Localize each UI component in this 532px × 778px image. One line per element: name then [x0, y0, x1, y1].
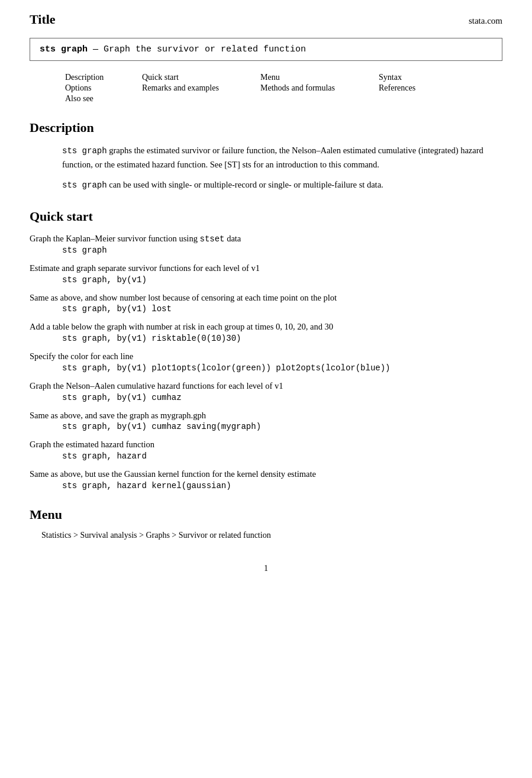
menu-path: Statistics > Survival analysis > Graphs …	[41, 531, 502, 540]
list-item: Specify the color for each line sts grap…	[30, 350, 502, 373]
nav-quick-start[interactable]: Quick start	[142, 73, 260, 82]
title-box: sts graph — Graph the survivor or relate…	[30, 38, 502, 61]
page-header: Title stata.com	[30, 12, 502, 27]
qs-desc-9: Same as above, but use the Gaussian kern…	[30, 468, 502, 481]
qs-desc-4: Add a table below the graph with number …	[30, 321, 502, 334]
description-section: Description sts graph graphs the estimat…	[30, 120, 502, 192]
quick-start-heading: Quick start	[30, 209, 502, 224]
list-item: Graph the Nelson–Aalen cumulative hazard…	[30, 380, 502, 402]
qs-code-6: sts graph, by(v1) cumhaz	[62, 393, 502, 402]
qs-desc-7: Same as above, and save the graph as myg…	[30, 409, 502, 422]
nav-table: Description Quick start Menu Syntax Opti…	[65, 73, 502, 104]
title-description: Graph the survivor or related function	[104, 44, 306, 54]
qs-code-7: sts graph, by(v1) cumhaz saving(mygraph)	[62, 422, 502, 431]
list-item: Add a table below the graph with number …	[30, 321, 502, 343]
nav-description[interactable]: Description	[65, 73, 142, 82]
qs-desc-5: Specify the color for each line	[30, 350, 502, 363]
qs-desc-3: Same as above, and show number lost beca…	[30, 292, 502, 305]
qs-code-3: sts graph, by(v1) lost	[62, 304, 502, 314]
nav-references[interactable]: References	[379, 83, 473, 93]
qs-desc-8: Graph the estimated hazard function	[30, 438, 502, 451]
stata-brand: stata.com	[469, 16, 502, 26]
qs-code-9: sts graph, hazard kernel(gaussian)	[62, 481, 502, 490]
description-body: sts graph graphs the estimated survivor …	[62, 144, 502, 171]
qs-desc-2: Estimate and graph separate survivor fun…	[30, 262, 502, 275]
nav-methods[interactable]: Methods and formulas	[260, 83, 379, 93]
menu-section: Menu Statistics > Survival analysis > Gr…	[30, 507, 502, 540]
list-item: Same as above, and save the graph as myg…	[30, 409, 502, 432]
nav-options[interactable]: Options	[65, 83, 142, 93]
list-item: Graph the Kaplan–Meier survivor function…	[30, 233, 502, 255]
list-item: Same as above, and show number lost beca…	[30, 292, 502, 314]
page-footer: 1	[30, 564, 502, 573]
qs-code-2: sts graph, by(v1)	[62, 275, 502, 285]
page-title: Title	[30, 12, 56, 27]
qs-code-8: sts graph, hazard	[62, 451, 502, 461]
nav-syntax[interactable]: Syntax	[379, 73, 473, 82]
list-item: Graph the estimated hazard function sts …	[30, 438, 502, 461]
title-command: sts graph	[40, 44, 88, 54]
qs-code-5: sts graph, by(v1) plot1opts(lcolor(green…	[62, 363, 502, 373]
page-number: 1	[264, 564, 268, 573]
title-separator: —	[93, 44, 98, 54]
nav-remarks[interactable]: Remarks and examples	[142, 83, 260, 93]
qs-desc-1: Graph the Kaplan–Meier survivor function…	[30, 233, 502, 246]
description-note: sts graph can be used with single- or mu…	[62, 178, 502, 192]
qs-desc-6: Graph the Nelson–Aalen cumulative hazard…	[30, 380, 502, 393]
qs-items: Graph the Kaplan–Meier survivor function…	[30, 233, 502, 490]
menu-heading: Menu	[30, 507, 502, 522]
qs-code-1: sts graph	[62, 246, 502, 255]
quick-start-section: Quick start Graph the Kaplan–Meier survi…	[30, 209, 502, 490]
list-item: Same as above, but use the Gaussian kern…	[30, 468, 502, 490]
list-item: Estimate and graph separate survivor fun…	[30, 262, 502, 285]
qs-code-4: sts graph, by(v1) risktable(0(10)30)	[62, 334, 502, 343]
nav-also-see[interactable]: Also see	[65, 94, 142, 104]
nav-menu[interactable]: Menu	[260, 73, 379, 82]
description-heading: Description	[30, 120, 502, 135]
